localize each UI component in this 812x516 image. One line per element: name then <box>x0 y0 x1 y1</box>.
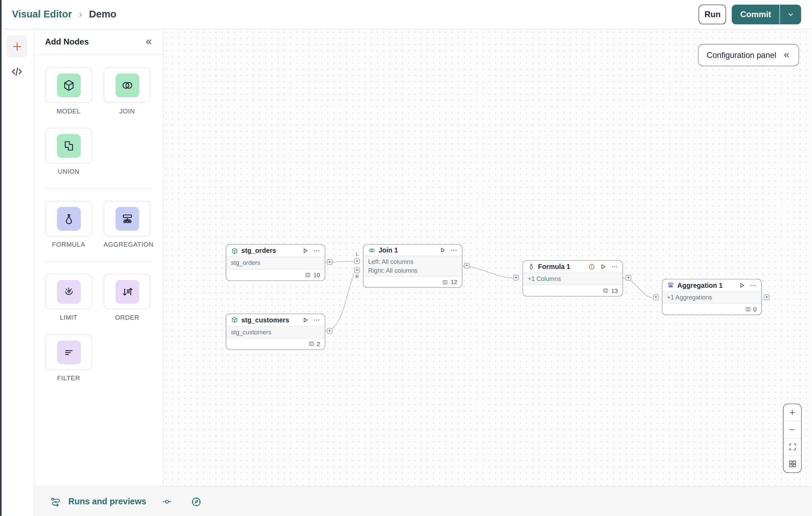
node-formula-1[interactable]: Formula 1 +1 Columns 13 <box>523 260 623 297</box>
code-icon <box>11 65 23 77</box>
add-node-tile-aggregation[interactable]: AGGREGATION <box>104 201 151 248</box>
run-button[interactable]: Run <box>699 5 726 24</box>
output-port-stg-orders[interactable]: + <box>327 259 333 265</box>
add-nodes-title: Add Nodes <box>45 37 89 46</box>
commit-split-button: Commit <box>732 5 801 24</box>
node-stg-orders[interactable]: stg_orders stg_orders 10 <box>226 244 325 281</box>
input-port-formula-1[interactable]: + <box>513 275 519 281</box>
join-right-port-label: R <box>354 274 360 279</box>
plus-icon: + <box>789 407 795 417</box>
join-left-config: Left: All columns <box>368 258 457 267</box>
edge <box>622 278 653 297</box>
auto-layout-button[interactable] <box>784 455 801 472</box>
run-node-icon[interactable] <box>302 247 309 254</box>
union-squares-icon <box>57 134 80 157</box>
collapse-panel-button[interactable] <box>144 37 153 46</box>
fit-view-button[interactable] <box>784 438 801 455</box>
edge <box>324 273 354 331</box>
tile-label: JOIN <box>104 108 151 115</box>
node-subtitle: stg_customers <box>231 328 320 336</box>
node-menu-icon[interactable] <box>313 247 320 254</box>
commit-button[interactable]: Commit <box>732 5 779 24</box>
node-menu-icon[interactable] <box>451 247 457 254</box>
commit-node-icon[interactable] <box>162 496 173 507</box>
column-count: 0 <box>753 306 757 312</box>
node-stg-customers[interactable]: stg_customers stg_customers 2 <box>226 314 325 350</box>
output-port-join-1[interactable]: + <box>464 263 470 269</box>
compass-icon[interactable] <box>191 496 202 507</box>
canvas-controls: + − <box>783 404 801 473</box>
join-circles-icon <box>368 247 375 254</box>
output-port-formula-1[interactable]: + <box>625 275 631 281</box>
column-count: 10 <box>313 272 320 278</box>
tile-label: AGGREGATION <box>104 241 151 248</box>
commit-dropdown-button[interactable] <box>780 5 801 24</box>
add-nodes-header: Add Nodes <box>34 29 163 55</box>
columns-icon <box>305 272 311 278</box>
runs-and-previews-label: Runs and previews <box>68 497 146 507</box>
runs-and-previews-button[interactable]: Runs and previews <box>50 496 146 507</box>
column-count: 12 <box>451 279 457 285</box>
warning-icon <box>588 263 595 270</box>
columns-icon <box>603 288 609 294</box>
node-title: Aggregation 1 <box>677 281 723 289</box>
columns-icon <box>308 341 314 347</box>
plus-icon <box>11 40 23 52</box>
add-nodes-panel: Add Nodes MODEL JOIN <box>34 29 164 487</box>
run-node-icon[interactable] <box>439 247 446 254</box>
pipeline-canvas[interactable]: stg_orders stg_orders 10 Join 1 <box>163 29 812 487</box>
node-aggregation-1[interactable]: Aggregation 1 +1 Aggregations 0 <box>662 279 762 315</box>
output-port-aggregation-1[interactable]: + <box>764 294 770 300</box>
zoom-out-button[interactable]: − <box>784 421 801 438</box>
zoom-in-button[interactable]: + <box>784 404 801 421</box>
join-right-config: Right: All columns <box>368 267 457 275</box>
add-node-tile-order[interactable]: ORDER <box>104 274 151 321</box>
breadcrumb: Visual Editor Demo <box>0 9 116 20</box>
left-rail <box>0 29 34 516</box>
input-port-aggregation-1[interactable]: + <box>653 294 659 300</box>
cube-icon <box>57 73 80 97</box>
run-node-icon[interactable] <box>302 317 309 323</box>
configuration-panel-label: Configuration panel <box>707 50 776 60</box>
configuration-panel-button[interactable]: Configuration panel <box>698 44 799 66</box>
chevron-down-icon <box>787 11 794 18</box>
visual-editor-app: Visual Editor Demo Run Commit <box>0 0 812 516</box>
add-node-tile-formula[interactable]: FORMULA <box>45 201 92 248</box>
node-title: Formula 1 <box>538 263 570 271</box>
aggregation-tree-icon <box>115 207 139 230</box>
aggregation-tree-icon <box>667 282 674 289</box>
tile-label: FILTER <box>45 374 92 382</box>
filter-lines-icon <box>57 340 80 364</box>
output-port-stg-customers[interactable]: + <box>327 328 333 334</box>
tile-label: MODEL <box>45 108 92 115</box>
node-menu-icon[interactable] <box>611 263 618 270</box>
breadcrumb-visual-editor[interactable]: Visual Editor <box>12 9 72 20</box>
add-node-tile-limit[interactable]: LIMIT <box>45 274 92 321</box>
double-chevron-left-icon <box>783 51 790 59</box>
code-view-button[interactable] <box>6 62 27 81</box>
panel-divider <box>45 188 152 189</box>
tile-label: UNION <box>45 168 92 175</box>
join-left-input-port[interactable]: + <box>354 258 360 264</box>
add-node-tile-join[interactable]: JOIN <box>104 67 151 115</box>
add-node-tile-union[interactable]: UNION <box>45 128 92 175</box>
fit-view-icon <box>788 442 797 451</box>
flask-icon <box>57 207 80 230</box>
window-edge <box>0 0 2 516</box>
runs-flow-icon <box>50 496 61 507</box>
add-node-tile-model[interactable]: MODEL <box>45 67 92 115</box>
run-node-icon[interactable] <box>739 282 745 289</box>
node-menu-icon[interactable] <box>313 317 320 323</box>
chevron-right-icon <box>77 11 84 18</box>
add-node-rail-button[interactable] <box>6 35 27 58</box>
top-bar-actions: Run Commit <box>699 5 812 24</box>
breadcrumb-demo: Demo <box>89 9 116 20</box>
add-node-tile-filter[interactable]: FILTER <box>45 334 92 382</box>
join-right-input-port[interactable]: + <box>354 268 360 273</box>
node-join-1[interactable]: Join 1 Left: All columns Right: All colu… <box>363 244 463 288</box>
run-node-icon[interactable] <box>600 263 607 270</box>
join-left-port-label: L <box>354 251 360 257</box>
node-menu-icon[interactable] <box>750 282 757 289</box>
node-title: Join 1 <box>379 246 398 254</box>
layout-grid-icon <box>788 460 797 469</box>
